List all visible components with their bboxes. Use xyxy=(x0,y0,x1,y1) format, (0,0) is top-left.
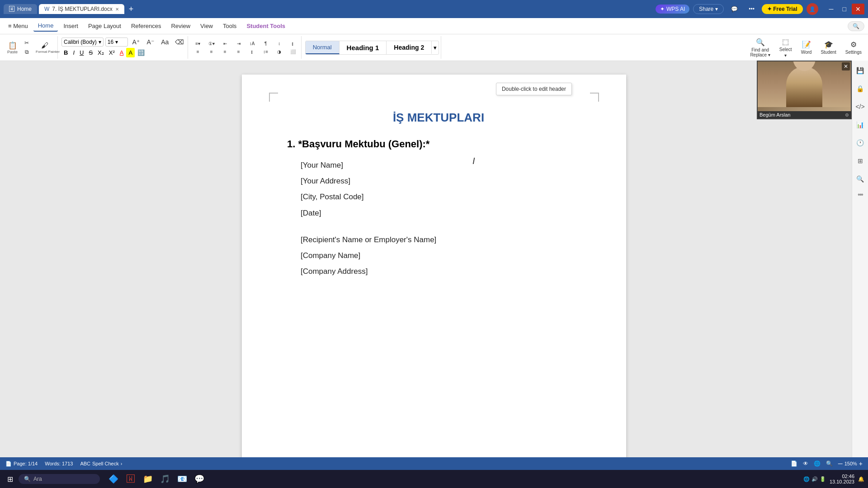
increase-font-button[interactable]: A⁺ xyxy=(130,38,142,47)
font-size-selector[interactable]: 16 ▾ xyxy=(105,38,128,47)
word-count-button[interactable]: 📝 Word xyxy=(798,39,815,56)
menu-home[interactable]: Home xyxy=(33,20,58,32)
columns-button[interactable]: ⫿ xyxy=(287,40,299,47)
shadow-button[interactable]: ◑ xyxy=(273,48,286,55)
video-close-button[interactable]: ✕ xyxy=(842,62,850,70)
line-spacing2-button[interactable]: ↕≡ xyxy=(259,48,272,55)
show-hide-button[interactable]: ¶ xyxy=(259,40,272,47)
tab-document[interactable]: W 7. İŞ MEKTUPLARI.docx ✕ xyxy=(39,4,124,14)
close-button[interactable]: ✕ xyxy=(852,4,864,14)
minimize-button[interactable]: ─ xyxy=(826,4,837,14)
format-painter-button[interactable]: 🖌 Format Painter xyxy=(34,41,56,55)
doc-line-2[interactable]: [Your Address] xyxy=(301,175,590,187)
taskbar-icon-wps[interactable]: 🅆 xyxy=(123,471,139,487)
sidebar-search-icon[interactable]: 🔍 xyxy=(854,173,867,185)
strikethrough-button[interactable]: S xyxy=(86,48,95,57)
menu-insert[interactable]: Insert xyxy=(59,21,83,31)
doc-line-5[interactable]: [Recipient's Name or Employer's Name] xyxy=(301,234,590,246)
menu-view[interactable]: View xyxy=(196,21,217,31)
subscript-button[interactable]: X₂ xyxy=(95,48,106,57)
new-tab-button[interactable]: + xyxy=(126,5,137,14)
decrease-indent-button[interactable]: ⇤ xyxy=(219,40,231,47)
video-settings-icon[interactable]: ⚙ xyxy=(845,113,849,117)
select-button[interactable]: ⬚ Select ▾ xyxy=(777,37,795,59)
layout-icon[interactable]: 📄 xyxy=(791,460,797,467)
align-center-button[interactable]: ≡ xyxy=(205,48,218,55)
menu-tools[interactable]: Tools xyxy=(218,21,241,31)
share-button[interactable]: Share ▾ xyxy=(693,4,724,14)
menu-page-layout[interactable]: Page Layout xyxy=(84,21,126,31)
sidebar-more-icon[interactable]: ••• xyxy=(858,191,863,199)
sidebar-data-icon[interactable]: ⊞ xyxy=(854,155,867,167)
line-spacing-button[interactable]: ↕ xyxy=(273,40,286,47)
paste-button[interactable]: 📋 Paste xyxy=(5,40,19,55)
student-button[interactable]: 🎓 Student xyxy=(818,39,839,56)
cut-button[interactable]: ✂ xyxy=(20,39,33,47)
underline-button[interactable]: U xyxy=(77,48,86,57)
avatar[interactable]: 👤 xyxy=(807,3,818,15)
styles-dropdown-button[interactable]: ▾ xyxy=(432,42,439,53)
taskbar-icon-skype[interactable]: 💬 xyxy=(191,471,208,487)
font-color-button[interactable]: A xyxy=(118,48,126,57)
web-icon[interactable]: 🌐 xyxy=(814,460,821,467)
zoom-in-button[interactable]: + xyxy=(859,460,863,467)
numbering-button[interactable]: ①▾ xyxy=(205,40,218,47)
comment-button[interactable]: 💬 xyxy=(727,4,741,14)
find-replace-button[interactable]: 🔍 Find andReplace ▾ xyxy=(747,37,773,58)
text-bg-button[interactable]: 🔡 xyxy=(135,48,147,57)
document-area[interactable]: Double-click to edit header I İŞ MEKTUPL… xyxy=(0,61,868,472)
sort-button[interactable]: ↕A xyxy=(246,40,259,47)
taskbar-icon-explorer[interactable]: 📁 xyxy=(140,471,156,487)
font-name-selector[interactable]: Calibri (Body) ▾ xyxy=(61,38,104,47)
doc-line-6[interactable]: [Company Name] xyxy=(301,249,590,262)
taskbar-icon-spotify[interactable]: 🎵 xyxy=(157,471,173,487)
sidebar-chart-icon[interactable]: 📊 xyxy=(854,118,867,131)
italic-button[interactable]: I xyxy=(71,48,77,57)
menu-menu[interactable]: ≡ Menu xyxy=(4,21,33,31)
align-left-button[interactable]: ≡ xyxy=(192,48,204,55)
zoom-out-icon[interactable]: 🔍 xyxy=(826,460,833,467)
doc-line-3[interactable]: [City, Postal Code] xyxy=(301,191,590,203)
taskbar-search[interactable]: 🔍 Ara xyxy=(19,474,100,484)
start-button[interactable]: ⊞ xyxy=(4,473,17,485)
menu-student-tools[interactable]: Student Tools xyxy=(242,21,290,31)
menu-references[interactable]: References xyxy=(127,21,165,31)
tab-home[interactable]: 🅆 Home xyxy=(4,4,37,14)
style-heading2[interactable]: Heading 2 xyxy=(387,41,432,54)
menu-review[interactable]: Review xyxy=(166,21,195,31)
style-heading1[interactable]: Heading 1 xyxy=(340,41,387,54)
border-button[interactable]: ⬜ xyxy=(287,48,299,55)
free-trial-button[interactable]: ✦ Free Trial xyxy=(762,4,803,14)
align-right-button[interactable]: ≡ xyxy=(219,48,231,55)
more-button[interactable]: ••• xyxy=(745,4,758,14)
document-title[interactable]: İŞ MEKTUPLARI xyxy=(287,111,590,125)
decrease-font-button[interactable]: A⁻ xyxy=(144,38,157,47)
justify-button[interactable]: ≡ xyxy=(232,48,245,55)
font-case-button[interactable]: Aa xyxy=(159,38,171,47)
zoom-out-button[interactable]: ─ xyxy=(838,460,843,467)
clear-format-button[interactable]: ⌫ xyxy=(173,38,186,47)
bullets-button[interactable]: ≡▾ xyxy=(192,40,204,47)
wps-ai-button[interactable]: ✦ WPS AI xyxy=(656,5,689,14)
sidebar-code-icon[interactable]: </> xyxy=(854,100,867,113)
copy-button[interactable]: ⧉ xyxy=(20,48,33,56)
section-heading[interactable]: 1. *Başvuru Mektubu (Genel):* xyxy=(287,138,590,150)
spell-check-status[interactable]: ABC Spell Check › xyxy=(80,461,122,466)
increase-indent-button[interactable]: ⇥ xyxy=(232,40,245,47)
sidebar-save-icon[interactable]: 💾 xyxy=(854,64,867,77)
header-tooltip[interactable]: Double-click to edit header xyxy=(496,83,572,95)
doc-line-7[interactable]: [Company Address] xyxy=(301,265,590,277)
sidebar-lock-icon[interactable]: 🔒 xyxy=(854,82,867,95)
doc-line-4[interactable]: [Date] xyxy=(301,207,590,219)
view-icon[interactable]: 👁 xyxy=(803,460,808,467)
doc-line-1[interactable]: [Your Name] xyxy=(301,159,590,171)
bold-button[interactable]: B xyxy=(61,48,70,57)
taskbar-notification-icon[interactable]: 🔔 xyxy=(858,476,864,482)
tab-close-icon[interactable]: ✕ xyxy=(115,7,119,12)
sidebar-history-icon[interactable]: 🕐 xyxy=(854,136,867,149)
taskbar-icon-edge[interactable]: 🔷 xyxy=(105,471,122,487)
taskbar-icon-mail[interactable]: 📧 xyxy=(174,471,190,487)
highlight-button[interactable]: A xyxy=(126,48,135,57)
columns2-button[interactable]: ⫿ xyxy=(246,48,259,55)
menu-search[interactable]: 🔍 xyxy=(848,21,864,31)
